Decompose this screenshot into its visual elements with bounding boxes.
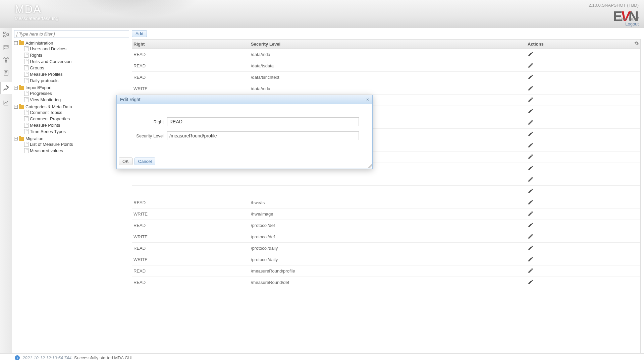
- edit-row-icon[interactable]: [528, 142, 534, 149]
- tree-item[interactable]: Measured values: [24, 148, 129, 153]
- tree-item-label[interactable]: Measured values: [30, 148, 63, 153]
- dialog-resize-handle[interactable]: [368, 164, 372, 168]
- table-row[interactable]: READ/measureRound/def: [132, 277, 640, 288]
- edit-row-icon[interactable]: [528, 154, 534, 161]
- logout-link[interactable]: Logout: [625, 21, 639, 26]
- tree-item-label[interactable]: Time Series Types: [30, 129, 66, 134]
- tree-item[interactable]: Daily protocols: [24, 78, 129, 83]
- svg-rect-1: [3, 36, 5, 37]
- edit-row-icon[interactable]: [528, 165, 534, 172]
- tree-item[interactable]: Comment Topics: [24, 110, 129, 115]
- edit-row-icon[interactable]: [528, 108, 534, 115]
- nav-settings-icon[interactable]: [0, 82, 12, 94]
- tree-item[interactable]: View Monitoring: [24, 97, 129, 102]
- table-row[interactable]: WRITE/protocol/def: [132, 231, 640, 243]
- tree-item[interactable]: List of Measure Points: [24, 142, 129, 147]
- nav-chart-icon[interactable]: [2, 99, 10, 107]
- edit-row-icon[interactable]: [528, 51, 534, 58]
- tree-item-label[interactable]: Units and Conversion: [30, 59, 71, 64]
- edit-row-icon[interactable]: [528, 74, 534, 81]
- col-header-security[interactable]: Security Level: [250, 40, 526, 49]
- tree-item-label[interactable]: Measure Points: [30, 123, 60, 128]
- cell-security: /hwe/ts: [250, 198, 526, 207]
- tree-folder-label[interactable]: Import/Export: [25, 85, 52, 90]
- tree-item-label[interactable]: View Monitoring: [30, 97, 61, 102]
- edit-row-icon[interactable]: [528, 119, 534, 126]
- edit-row-icon[interactable]: [528, 256, 534, 263]
- tree-toggle-icon[interactable]: −: [14, 105, 18, 109]
- table-row[interactable]: READ/measureRound/profile: [132, 265, 640, 277]
- edit-row-icon[interactable]: [528, 233, 534, 240]
- edit-row-icon[interactable]: [528, 199, 534, 206]
- col-header-right[interactable]: Right: [132, 40, 250, 49]
- table-row[interactable]: WRITE/hwe/image: [132, 208, 640, 220]
- tree-item-label[interactable]: Users and Devices: [30, 46, 66, 51]
- table-row[interactable]: READ/protocol/def: [132, 220, 640, 231]
- tree-item-label[interactable]: Daily protocols: [30, 78, 58, 83]
- edit-row-icon[interactable]: [528, 245, 534, 252]
- tree-item-label[interactable]: Rights: [30, 53, 42, 58]
- cell-right: READ: [132, 73, 250, 82]
- add-button[interactable]: Add: [132, 30, 147, 37]
- tree-item[interactable]: Rights: [24, 53, 129, 58]
- tree-item-label[interactable]: Measure Profiles: [30, 72, 63, 77]
- edit-row-icon[interactable]: [528, 222, 534, 229]
- tree-item-label[interactable]: Groups: [30, 65, 44, 70]
- tree-toggle-icon[interactable]: −: [14, 41, 18, 45]
- dialog-header[interactable]: Edit Right ×: [117, 95, 372, 104]
- edit-row-icon[interactable]: [528, 131, 534, 138]
- dialog-close-icon[interactable]: ×: [366, 97, 369, 102]
- tree-item[interactable]: Users and Devices: [24, 46, 129, 51]
- table-row[interactable]: WRITE/protocol/daily: [132, 254, 640, 265]
- col-header-actions[interactable]: Actions: [526, 40, 640, 49]
- edit-row-icon[interactable]: [528, 85, 534, 92]
- tree-folder-label[interactable]: Categories & Meta Data: [25, 104, 72, 109]
- table-row[interactable]: READ/data/tsrichtext: [132, 72, 640, 83]
- tree-folder[interactable]: −Categories & Meta Data: [14, 104, 129, 109]
- table-settings-icon[interactable]: [634, 41, 639, 47]
- nav-network-icon[interactable]: [2, 56, 10, 64]
- table-row[interactable]: READ/data/mda: [132, 49, 640, 60]
- tree-folder-label[interactable]: Migration: [25, 136, 43, 141]
- edit-row-icon[interactable]: [528, 97, 534, 104]
- tree-item-label[interactable]: Comment Properties: [30, 116, 70, 121]
- tree-folder[interactable]: −Import/Export: [14, 85, 129, 90]
- edit-row-icon[interactable]: [528, 267, 534, 275]
- tree-item-label[interactable]: Progresses: [30, 91, 52, 96]
- table-row[interactable]: READ/protocol/daily: [132, 243, 640, 254]
- edit-row-icon[interactable]: [528, 188, 534, 195]
- folder-icon: [19, 137, 24, 141]
- tree-folder[interactable]: −Migration: [14, 136, 129, 141]
- tree-item[interactable]: Units and Conversion: [24, 59, 129, 64]
- cancel-button[interactable]: Cancel: [135, 158, 155, 165]
- nav-hierarchy-icon[interactable]: [2, 31, 10, 38]
- tree-item[interactable]: Time Series Types: [24, 129, 129, 134]
- security-field[interactable]: [167, 131, 359, 140]
- edit-row-icon[interactable]: [528, 176, 534, 183]
- table-row[interactable]: WRITE/data/mda: [132, 83, 640, 95]
- nav-report-icon[interactable]: [2, 69, 10, 76]
- table-row[interactable]: READ/data/tsdata: [132, 60, 640, 72]
- nav-comments-icon[interactable]: [2, 44, 10, 51]
- tree-item[interactable]: Measure Profiles: [24, 72, 129, 77]
- cell-right: READ: [132, 61, 250, 70]
- edit-row-icon[interactable]: [528, 62, 534, 69]
- tree-folder[interactable]: −Administration: [14, 41, 129, 46]
- edit-row-icon[interactable]: [528, 279, 534, 286]
- table-row[interactable]: [132, 174, 640, 186]
- ok-button[interactable]: OK: [119, 158, 132, 165]
- tree-folder-label[interactable]: Administration: [25, 41, 53, 46]
- tree-item[interactable]: Measure Points: [24, 123, 129, 128]
- tree-toggle-icon[interactable]: −: [14, 137, 18, 140]
- tree-item[interactable]: Progresses: [24, 91, 129, 96]
- tree-toggle-icon[interactable]: −: [14, 86, 18, 89]
- right-field[interactable]: [167, 117, 359, 126]
- table-row[interactable]: READ/hwe/ts: [132, 197, 640, 208]
- tree-item-label[interactable]: Comment Topics: [30, 110, 62, 115]
- table-row[interactable]: [132, 186, 640, 197]
- tree-item-label[interactable]: List of Measure Points: [30, 142, 73, 147]
- tree-item[interactable]: Comment Properties: [24, 116, 129, 121]
- edit-row-icon[interactable]: [528, 210, 534, 218]
- tree-item[interactable]: Groups: [24, 65, 129, 70]
- tree-filter-input[interactable]: [14, 30, 129, 38]
